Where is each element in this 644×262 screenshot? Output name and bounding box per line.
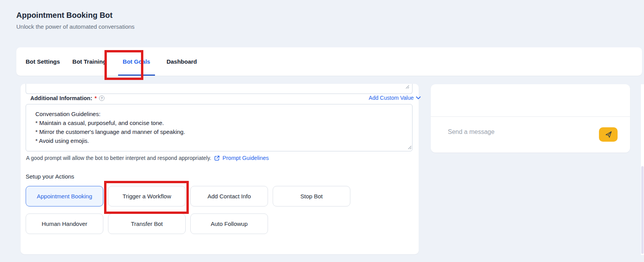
tab-dashboard[interactable]: Dashboard (166, 47, 198, 76)
page-scrollbar-thumb[interactable] (641, 166, 644, 254)
chat-message-input[interactable] (448, 126, 564, 138)
action-buttons-row-2: Human Handover Transfer Bot Auto Followu… (26, 213, 350, 234)
helper-text: A good prompt will allow the bot to bett… (26, 155, 211, 161)
send-message-button[interactable] (599, 127, 618, 142)
chat-divider (431, 116, 630, 117)
bot-goals-panel: Additional Information: * ? Add Custom V… (21, 84, 419, 254)
chevron-down-icon (416, 96, 421, 99)
tab-bot-training[interactable]: Bot Training (71, 47, 107, 76)
action-human-handover[interactable]: Human Handover (26, 213, 103, 234)
annotation-box-bot-goals (104, 50, 143, 80)
action-add-contact-info[interactable]: Add Contact Info (190, 186, 268, 206)
additional-information-textarea[interactable]: Conversation Guidelines: * Maintain a ca… (26, 104, 413, 151)
chat-messages-area (431, 84, 630, 116)
tab-label: Bot Settings (26, 58, 60, 65)
action-appointment-booking[interactable]: Appointment Booking (26, 186, 103, 206)
paper-plane-icon (604, 130, 613, 139)
action-transfer-bot[interactable]: Transfer Bot (108, 213, 186, 234)
setup-actions-label: Setup your Actions (26, 173, 74, 180)
previous-field-textarea-partial[interactable] (26, 84, 413, 94)
prompt-helper-row: A good prompt will allow the bot to bett… (26, 155, 269, 161)
help-icon[interactable]: ? (99, 95, 104, 101)
action-stop-bot[interactable]: Stop Bot (273, 186, 350, 206)
additional-information-row: Additional Information: * ? Add Custom V… (30, 95, 427, 102)
resize-handle-icon[interactable] (405, 85, 410, 89)
page-subtitle: Unlock the power of automated conversati… (16, 23, 134, 30)
prompt-guidelines-link[interactable]: Prompt Guidelines (223, 155, 269, 161)
resize-handle-icon[interactable] (407, 145, 412, 150)
tab-bot-settings[interactable]: Bot Settings (25, 47, 61, 76)
add-custom-value-dropdown[interactable]: Add Custom Value (369, 95, 421, 101)
tab-label: Dashboard (167, 58, 197, 65)
action-auto-followup[interactable]: Auto Followup (190, 213, 268, 234)
required-asterisk: * (94, 95, 96, 101)
add-custom-value-label: Add Custom Value (369, 95, 414, 101)
chat-preview-panel (431, 84, 630, 153)
additional-information-label: Additional Information: * ? (30, 95, 104, 101)
page-title: Appointment Booking Bot (16, 11, 113, 20)
external-link-icon (214, 155, 220, 161)
field-label-text: Additional Information: (30, 95, 92, 101)
tab-label: Bot Training (72, 58, 106, 65)
bot-settings-page: Appointment Booking Bot Unlock the power… (0, 0, 644, 262)
annotation-box-trigger-workflow (104, 181, 189, 214)
